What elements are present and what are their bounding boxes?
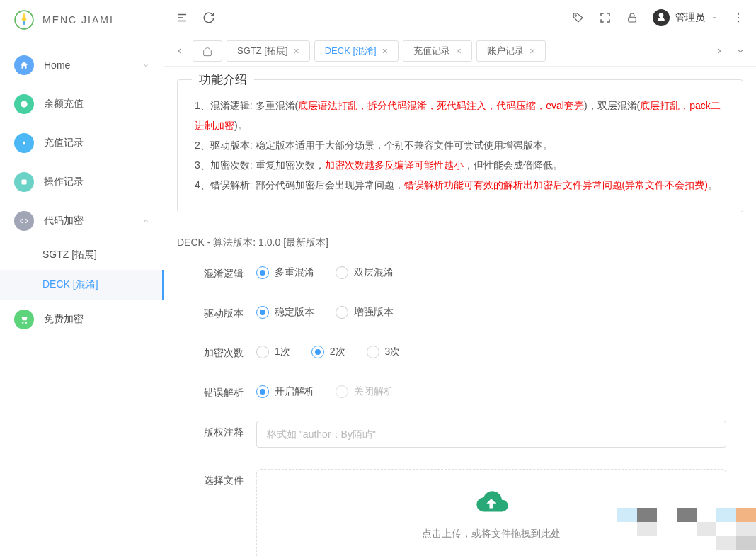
cart-icon (14, 310, 34, 329)
content-area: 功能介绍 1、混淆逻辑: 多重混淆(底层语法打乱，拆分代码混淆，死代码注入，代码… (164, 67, 756, 556)
tag-icon[interactable] (572, 11, 585, 24)
svg-point-7 (738, 21, 739, 22)
collapse-icon[interactable] (176, 11, 188, 24)
label-copyright: 版权注释 (194, 421, 256, 439)
radio-error-off[interactable]: 关闭解析 (336, 385, 394, 398)
topbar: 管理员 (164, 0, 756, 35)
tab-sgtz[interactable]: SGTZ [拓展] × (227, 40, 310, 62)
intro-line-3: 3、加密次数: 重复加密次数，加密次数越多反编译可能性越小，但性能会成倍降低。 (195, 155, 726, 175)
code-icon (14, 211, 34, 231)
label-count: 加密次数 (194, 341, 256, 360)
tab-deck[interactable]: DECK [混淆] × (314, 40, 399, 62)
brand-logo: MENC JIAMI (0, 0, 164, 40)
money-icon (14, 94, 34, 114)
pixel-decoration (617, 508, 756, 550)
tab-home[interactable] (193, 40, 222, 62)
sidebar-item-encrypt[interactable]: 代码加密 (0, 201, 164, 240)
radio-driver-enhanced[interactable]: 增强版本 (336, 306, 394, 319)
sidebar-item-recharge-log[interactable]: 充值记录 (0, 123, 164, 162)
intro-line-2: 2、驱动版本: 稳定版本适用于大部分场景，个别不兼容文件可尝试使用增强版本。 (195, 135, 726, 155)
version-info: DECK - 算法版本: 1.0.0 [最新版本] (177, 234, 743, 262)
tab-bar: SGTZ [拓展] × DECK [混淆] × 充值记录 × 账户记录 × (164, 35, 756, 67)
intro-line-1: 1、混淆逻辑: 多重混淆(底层语法打乱，拆分代码混淆，死代码注入，代码压缩，ev… (195, 96, 726, 135)
svg-point-3 (575, 14, 576, 16)
sidebar-item-recharge[interactable]: 余额充值 (0, 84, 164, 123)
radio-driver-stable[interactable]: 稳定版本 (256, 306, 314, 319)
user-menu[interactable]: 管理员 (653, 9, 718, 26)
tab-recharge-log[interactable]: 充值记录 × (403, 40, 472, 62)
sidebar-item-sgtz[interactable]: SGTZ [拓展] (0, 240, 164, 270)
radio-logic-double[interactable]: 双层混淆 (336, 266, 394, 279)
home-icon (202, 45, 213, 57)
label-file: 选择文件 (194, 469, 256, 487)
home-icon (14, 55, 34, 75)
close-icon[interactable]: × (456, 45, 462, 57)
sidebar-item-deck[interactable]: DECK [混淆] (0, 270, 164, 300)
close-icon[interactable]: × (294, 45, 299, 57)
intro-title: 功能介绍 (192, 72, 254, 88)
close-icon[interactable]: × (382, 45, 388, 57)
chevron-down-icon (142, 61, 150, 69)
lock-icon[interactable] (626, 11, 638, 24)
label-driver: 驱动版本 (194, 302, 256, 320)
sidebar-item-free[interactable]: 免费加密 (0, 300, 164, 339)
link-icon (14, 133, 34, 153)
svg-point-6 (738, 16, 739, 18)
sidebar-menu: Home 余额充值 充值记录 操作记录 代码加密 SGTZ [拓展] (0, 40, 164, 556)
svg-rect-4 (629, 17, 636, 22)
tabs-next[interactable] (711, 42, 728, 59)
cloud-upload-icon (472, 487, 510, 518)
avatar-icon (653, 9, 670, 26)
svg-rect-2 (22, 179, 27, 184)
chevron-down-icon (711, 14, 718, 21)
tabs-collapse[interactable] (732, 42, 749, 59)
brand-text: MENC JIAMI (42, 14, 114, 25)
refresh-icon[interactable] (202, 11, 215, 24)
tabs-prev[interactable] (171, 42, 188, 59)
intro-panel: 功能介绍 1、混淆逻辑: 多重混淆(底层语法打乱，拆分代码混淆，死代码注入，代码… (177, 79, 743, 212)
close-icon[interactable]: × (529, 45, 535, 57)
label-error: 错误解析 (194, 381, 256, 399)
more-icon[interactable] (732, 11, 745, 24)
list-icon (14, 172, 34, 192)
copyright-input[interactable] (256, 421, 726, 448)
sidebar-item-op-log[interactable]: 操作记录 (0, 162, 164, 201)
radio-count-2[interactable]: 2次 (311, 346, 345, 358)
tab-account-log[interactable]: 账户记录 × (476, 40, 546, 62)
intro-line-4: 4、错误解析: 部分代码加密后会出现异常问题，错误解析功能可有效的解析出加密后文… (195, 175, 726, 195)
sidebar: MENC JIAMI Home 余额充值 充值记录 操作记录 代 (0, 0, 164, 556)
main-area: 管理员 SGTZ [拓展] × DECK [混淆] × 充值记录 × (164, 0, 756, 556)
label-logic: 混淆逻辑 (194, 262, 256, 280)
username: 管理员 (675, 11, 705, 24)
svg-point-5 (738, 13, 739, 14)
svg-point-1 (21, 101, 27, 107)
radio-logic-multi[interactable]: 多重混淆 (256, 266, 314, 279)
radio-count-3[interactable]: 3次 (367, 346, 401, 358)
rocket-icon (14, 10, 34, 30)
radio-error-on[interactable]: 开启解析 (256, 385, 314, 398)
fullscreen-icon[interactable] (599, 11, 612, 24)
radio-count-1[interactable]: 1次 (256, 346, 290, 358)
chevron-up-icon (142, 217, 150, 225)
sidebar-item-home[interactable]: Home (0, 45, 164, 84)
